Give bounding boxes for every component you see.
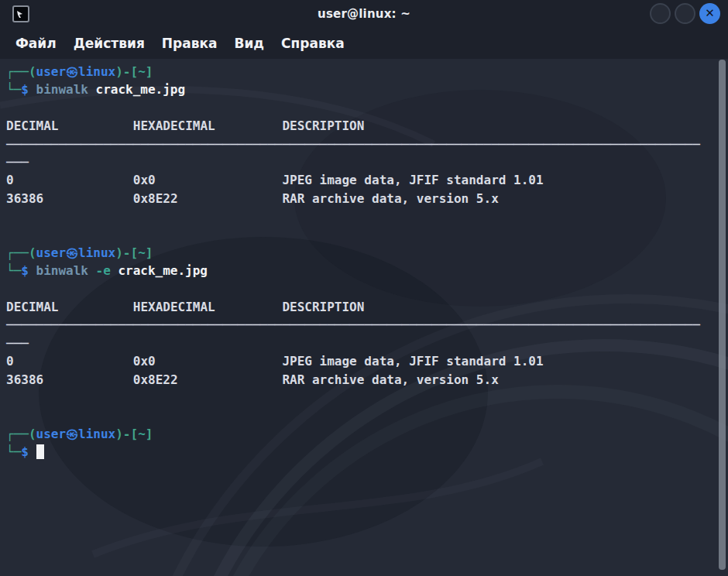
separator-wrap-dashes: ─── [6,336,29,351]
menu-help[interactable]: Справка [281,36,345,51]
prompt-frame-open: ┌──( [6,64,36,79]
separator-dashes: ────────────────────────────────────────… [6,137,700,152]
titlebar: user@linux: ~ ✕ [0,0,728,28]
cell-description: RAR archive data, version 5.x [282,191,498,206]
prompt-frame-open: ┌──( [6,245,36,260]
separator-wrap-dashes: ─── [6,155,29,170]
separator-line: ────────────────────────────────────────… [6,135,714,153]
blank-line [6,280,714,298]
prompt-frame-close: )-[ [115,427,138,441]
separator-line: ────────────────────────────────────────… [6,316,714,334]
prompt-frame-close: )-[ [115,245,138,260]
prompt-symbol: $ [21,444,29,459]
prompt-symbol: $ [21,263,29,278]
close-icon: ✕ [705,8,715,19]
cell-hexadecimal: 0x0 [133,352,283,370]
prompt-frame-bottom: └─ [6,82,21,97]
menu-view[interactable]: Вид [234,36,264,51]
header-hexadecimal: HEXADECIMAL [133,298,283,316]
command-line: └─$binwalk-ecrack_me.jpg [6,262,714,279]
blank-line [6,99,714,117]
close-button[interactable]: ✕ [699,3,720,24]
prompt-host: linux [78,427,115,441]
header-description: DESCRIPTION [282,300,364,314]
window-buttons: ✕ [650,3,720,24]
prompt-user: user [36,427,67,441]
separator-wrap-line: ─── [6,153,714,171]
prompt-host: linux [78,245,115,260]
command-binary: binwalk [36,82,88,97]
prompt-at-icon: ㉿ [66,245,78,260]
cell-hexadecimal: 0x8E22 [133,371,283,389]
blank-line [6,389,714,406]
cell-hexadecimal: 0x8E22 [133,190,283,207]
command-flag: -e [96,263,111,278]
separator-wrap-line: ─── [6,334,714,352]
header-decimal: DECIMAL [6,117,133,135]
menu-actions[interactable]: Действия [74,36,145,51]
terminal-window: user@linux: ~ ✕ Файл Действия Правка Вид… [0,0,728,576]
blank-line [6,406,714,424]
command-file-arg: crack_me.jpg [118,263,208,278]
prompt-symbol: $ [21,82,29,97]
prompt-at-icon: ㉿ [66,427,78,441]
scrollbar-thumb[interactable] [719,60,726,570]
cell-decimal: 0 [6,171,133,189]
menubar: Файл Действия Правка Вид Справка [0,28,728,59]
prompt-top-line: ┌──(user㉿linux)-[~] [6,425,714,443]
prompt-path: ~ [138,64,146,79]
prompt-host: linux [78,64,115,79]
prompt-bracket-end: ] [146,64,153,79]
cell-description: JPEG image data, JFIF standard 1.01 [282,173,543,187]
separator-dashes: ────────────────────────────────────────… [6,317,700,332]
binwalk-row: 363860x8E22RAR archive data, version 5.x [6,190,714,207]
binwalk-row: 363860x8E22RAR archive data, version 5.x [6,371,714,389]
blank-line [6,226,714,244]
binwalk-header-row: DECIMALHEXADECIMALDESCRIPTION [6,298,714,316]
prompt-frame-close: )-[ [115,64,138,79]
command-file-arg: crack_me.jpg [96,82,186,97]
command-binary: binwalk [36,263,88,278]
prompt-bracket-end: ] [146,245,153,260]
cell-hexadecimal: 0x0 [133,171,283,189]
scrollbar-track[interactable] [717,59,728,576]
prompt-frame-open: ┌──( [6,427,36,441]
binwalk-header-row: DECIMALHEXADECIMALDESCRIPTION [6,117,714,135]
header-decimal: DECIMAL [6,298,133,316]
terminal-output: ┌──(user㉿linux)-[~] └─$binwalkcrack_me.j… [6,63,714,461]
header-description: DESCRIPTION [282,118,364,133]
prompt-frame-bottom: └─ [6,263,21,278]
menu-file[interactable]: Файл [15,36,57,51]
prompt-user: user [36,245,67,260]
cell-description: JPEG image data, JFIF standard 1.01 [282,354,543,369]
maximize-button[interactable] [675,3,695,24]
command-line: └─$binwalkcrack_me.jpg [6,81,714,98]
cell-decimal: 36386 [6,190,133,207]
cell-decimal: 0 [6,352,133,370]
text-cursor [36,444,44,459]
prompt-top-line: ┌──(user㉿linux)-[~] [6,244,714,262]
window-title: user@linux: ~ [0,0,728,28]
binwalk-row: 00x0JPEG image data, JFIF standard 1.01 [6,171,714,189]
prompt-path: ~ [138,427,146,441]
command-line-active[interactable]: └─$ [6,443,714,461]
binwalk-row: 00x0JPEG image data, JFIF standard 1.01 [6,352,714,370]
prompt-path: ~ [138,245,146,260]
blank-line [6,207,714,225]
prompt-bracket-end: ] [146,427,153,441]
menu-edit[interactable]: Правка [162,36,218,51]
header-hexadecimal: HEXADECIMAL [133,117,283,135]
prompt-top-line: ┌──(user㉿linux)-[~] [6,63,714,81]
prompt-frame-bottom: └─ [6,444,21,459]
cell-decimal: 36386 [6,371,133,389]
terminal-viewport[interactable]: ┌──(user㉿linux)-[~] └─$binwalkcrack_me.j… [0,59,728,576]
prompt-at-icon: ㉿ [66,64,78,79]
cell-description: RAR archive data, version 5.x [282,372,498,387]
minimize-button[interactable] [650,3,671,24]
prompt-user: user [36,64,67,79]
